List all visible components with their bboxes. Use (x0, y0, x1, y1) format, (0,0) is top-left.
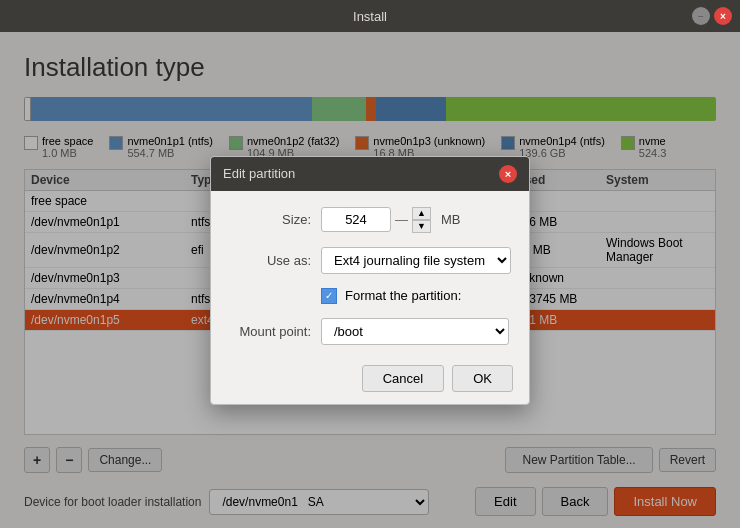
size-row: Size: — ▲ ▼ MB (231, 207, 509, 233)
close-button[interactable]: × (714, 7, 732, 25)
main-window: Install − × Installation type free space… (0, 0, 740, 528)
window-controls: − × (692, 7, 732, 25)
format-checkbox[interactable]: ✓ (321, 288, 337, 304)
size-unit: MB (441, 212, 461, 227)
use-as-label: Use as: (231, 253, 311, 268)
modal-body: Size: — ▲ ▼ MB Use as: (211, 191, 529, 357)
size-dash: — (395, 212, 408, 227)
mount-point-select[interactable]: /boot (321, 318, 509, 345)
modal-footer: Cancel OK (211, 357, 529, 404)
window-title: Install (353, 9, 387, 24)
size-input[interactable] (321, 207, 391, 232)
size-stepper: ▲ ▼ (412, 207, 431, 233)
modal-titlebar: Edit partition × (211, 157, 529, 191)
modal-overlay: Edit partition × Size: — ▲ ▼ (0, 32, 740, 528)
edit-partition-modal: Edit partition × Size: — ▲ ▼ (210, 156, 530, 405)
use-as-select[interactable]: Ext4 journaling file system (321, 247, 511, 274)
size-up-button[interactable]: ▲ (412, 207, 431, 220)
format-row: ✓ Format the partition: (231, 288, 509, 304)
size-down-button[interactable]: ▼ (412, 220, 431, 233)
ok-button[interactable]: OK (452, 365, 513, 392)
mount-row: Mount point: /boot (231, 318, 509, 345)
main-content: Installation type free space 1.0 MB (0, 32, 740, 528)
use-as-row: Use as: Ext4 journaling file system (231, 247, 509, 274)
titlebar: Install − × (0, 0, 740, 32)
modal-close-button[interactable]: × (499, 165, 517, 183)
cancel-button[interactable]: Cancel (362, 365, 444, 392)
modal-title: Edit partition (223, 166, 295, 181)
mount-label: Mount point: (231, 324, 311, 339)
size-label: Size: (231, 212, 311, 227)
size-input-group: — ▲ ▼ (321, 207, 431, 233)
minimize-button[interactable]: − (692, 7, 710, 25)
format-label: Format the partition: (345, 288, 461, 303)
